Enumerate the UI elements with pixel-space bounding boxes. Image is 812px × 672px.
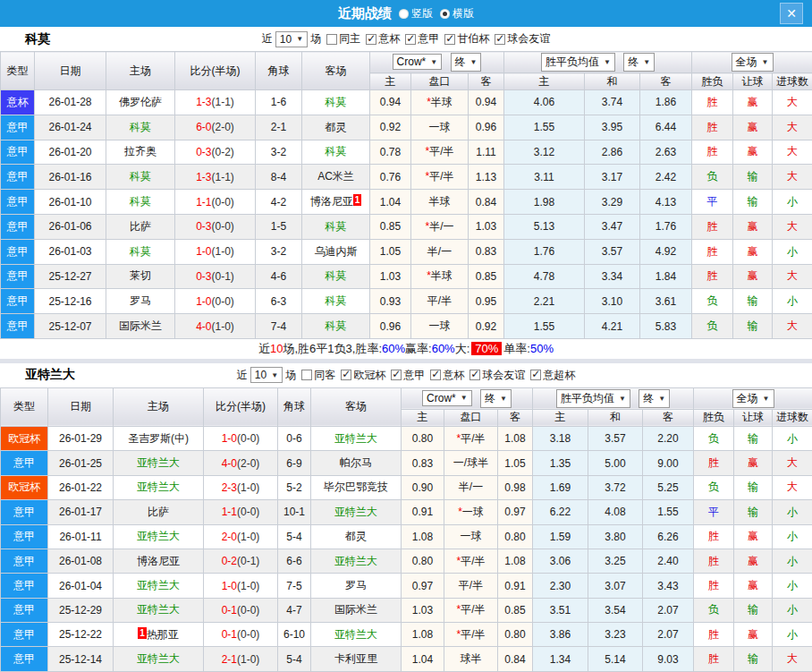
away-odds-cell: 0.85 <box>469 264 504 289</box>
layout-radio-vertical[interactable]: 竖版 <box>399 6 433 21</box>
result-cell: 胜 <box>692 264 733 289</box>
odds-source-select[interactable]: Crow*▼ <box>393 54 443 70</box>
titlebar: 近期战绩 竖版 横版 ✕ <box>0 0 812 27</box>
checkbox-checked-icon[interactable] <box>469 370 480 380</box>
avg-away-cell: 2.20 <box>643 426 694 450</box>
team-section-como: 科莫 近 10 ▼ 场 同主 意杯意甲甘伯杯球会友谊 类型 日期 主场 <box>0 27 812 359</box>
date-cell: 26-01-29 <box>48 426 114 450</box>
team-name: 科莫 <box>25 31 50 47</box>
handicap-cell: 球半 <box>444 647 498 671</box>
avg-away-cell: 2.42 <box>640 165 692 190</box>
away-team-cell: 科莫 <box>302 214 370 239</box>
handicap-result-cell: 输 <box>733 289 773 314</box>
scope-select[interactable]: 全场▼ <box>732 389 774 408</box>
match-row: 意甲25-12-29亚特兰大0-1(0-0)4-7国际米兰1.03*平/半0.8… <box>1 598 812 622</box>
subcol-odds-away: 客 <box>469 73 504 90</box>
date-cell: 26-01-25 <box>48 451 114 475</box>
checkbox-checked-icon[interactable] <box>341 370 351 380</box>
avg-home-cell: 3.86 <box>533 623 588 647</box>
mean-time-select[interactable]: 终▼ <box>623 53 655 72</box>
league-filter-item[interactable]: 意甲 <box>385 368 425 383</box>
checkbox-checked-icon[interactable] <box>430 370 441 380</box>
match-count-select[interactable]: 10 ▼ <box>275 31 308 47</box>
score-cell: 0-1(0-0) <box>204 598 278 622</box>
match-row: 意甲26-01-25亚特兰大4-0(2-0)6-9帕尔马0.83一/球半1.05… <box>1 451 812 475</box>
avg-home-cell: 2.30 <box>533 574 588 598</box>
select-value: 胜平负均值 <box>546 55 599 70</box>
home-team-cell: 科莫 <box>106 239 175 264</box>
corners-cell: 8-4 <box>256 165 302 190</box>
handicap-result-cell: 赢 <box>733 264 773 289</box>
home-team-cell: 亚特兰大 <box>114 524 204 549</box>
checkbox-checked-icon[interactable] <box>444 34 455 45</box>
subcol-avg-draw: 和 <box>585 73 640 90</box>
checkbox-checked-icon[interactable] <box>391 370 402 380</box>
radio-unchecked-icon[interactable] <box>399 9 409 19</box>
score-cell: 4-0(1-0) <box>175 314 256 339</box>
away-team-cell: 科莫 <box>302 314 370 339</box>
away-odds-cell: 0.96 <box>469 115 504 140</box>
mean-select[interactable]: 胜平负均值▼ <box>556 389 630 408</box>
result-cell: 胜 <box>692 214 733 239</box>
league-badge: 意甲 <box>1 451 48 475</box>
away-odds-cell: 0.97 <box>498 500 533 524</box>
scope-select[interactable]: 全场▼ <box>732 53 774 72</box>
checkbox-checked-icon[interactable] <box>495 34 505 45</box>
away-odds-cell: 0.98 <box>498 475 533 499</box>
avg-away-cell: 6.44 <box>640 115 692 140</box>
league-badge: 意甲 <box>1 598 48 622</box>
home-odds-cell: 0.80 <box>402 426 444 450</box>
league-filter-item[interactable]: 欧冠杯 <box>335 368 385 383</box>
avg-home-cell: 1.34 <box>533 647 588 671</box>
chevron-down-icon: ▼ <box>762 58 769 66</box>
subcol-odds-home: 主 <box>370 73 411 90</box>
avg-home-cell: 3.51 <box>533 598 588 622</box>
same-venue-checkbox[interactable] <box>326 34 337 45</box>
subcol-avg-away: 客 <box>643 409 694 426</box>
date-cell: 25-12-29 <box>48 598 114 622</box>
match-row: 欧冠杯26-01-29圣吉罗斯(中)1-0(0-0)0-6亚特兰大0.80*平/… <box>1 426 812 450</box>
league-filter-item[interactable]: 意杯 <box>425 368 464 383</box>
checkbox-checked-icon[interactable] <box>405 34 416 45</box>
team-name: 亚特兰大 <box>25 367 75 383</box>
games-label: 场 <box>310 31 321 47</box>
same-venue-checkbox[interactable] <box>301 370 312 380</box>
league-filter-item[interactable]: 意甲 <box>400 31 439 47</box>
col-corners: 角球 <box>256 52 302 90</box>
away-team-cell: 亚特兰大 <box>311 549 402 573</box>
mean-time-select[interactable]: 终▼ <box>639 389 670 408</box>
away-odds-cell: 0.83 <box>469 239 504 264</box>
match-row: 意甲25-12-27莱切0-3(0-1)4-6科莫1.03*半球0.854.78… <box>1 264 812 289</box>
league-filter-item[interactable]: 球会友谊 <box>464 368 525 383</box>
mean-select[interactable]: 胜平负均值▼ <box>541 53 615 72</box>
league-badge: 欧冠杯 <box>1 475 48 499</box>
match-count-select[interactable]: 10 ▼ <box>250 367 283 383</box>
away-team-cell: 科莫 <box>302 90 370 115</box>
odds-source-select[interactable]: Crow*▼ <box>422 390 472 406</box>
close-button[interactable]: ✕ <box>780 3 803 24</box>
mean-group-header: 胜平负均值▼ 终▼ <box>504 52 692 73</box>
league-badge: 意甲 <box>1 524 48 549</box>
league-filter-item[interactable]: 意杯 <box>360 31 400 47</box>
league-badge: 意甲 <box>1 647 48 671</box>
chevron-down-icon: ▼ <box>619 395 626 403</box>
league-filter-item[interactable]: 甘伯杯 <box>439 31 489 47</box>
odds-time-select[interactable]: 终▼ <box>480 389 512 408</box>
checkbox-checked-icon[interactable] <box>366 34 376 45</box>
layout-radio-horizontal[interactable]: 横版 <box>440 6 474 21</box>
date-cell: 26-01-20 <box>35 140 106 165</box>
match-row: 意甲26-01-10科莫1-1(0-0)4-2博洛尼亚11.04半球0.841.… <box>1 190 812 215</box>
away-odds-cell: 1.11 <box>469 140 504 165</box>
radio-label: 横版 <box>453 6 474 21</box>
date-cell: 25-12-07 <box>35 314 106 339</box>
corners-cell: 1-6 <box>256 90 302 115</box>
league-filter-item[interactable]: 球会友谊 <box>489 31 550 47</box>
avg-home-cell: 3.12 <box>504 140 585 165</box>
odds-time-select[interactable]: 终▼ <box>451 53 482 72</box>
radio-checked-icon[interactable] <box>440 9 450 19</box>
avg-away-cell: 3.43 <box>643 574 694 598</box>
avg-home-cell: 3.06 <box>533 549 588 573</box>
date-cell: 26-01-17 <box>48 500 114 524</box>
league-filter-item[interactable]: 意超杯 <box>525 368 575 383</box>
checkbox-checked-icon[interactable] <box>530 370 541 380</box>
